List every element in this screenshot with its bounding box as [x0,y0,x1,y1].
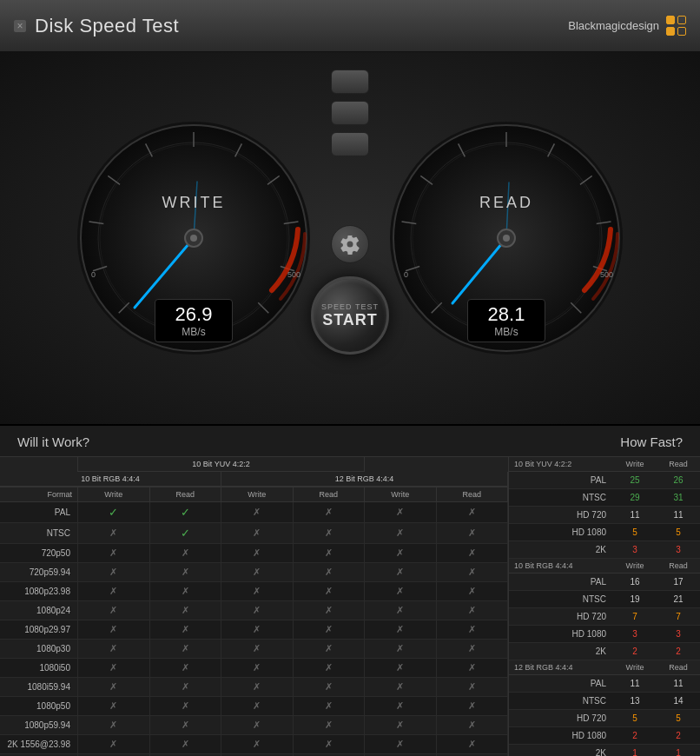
format-header [0,457,78,472]
cell-cross: ✗ [437,601,509,620]
cross-icon: ✗ [468,662,476,673]
cell-cross: ✗ [437,523,509,543]
center-btn-3[interactable] [331,132,369,156]
cell-cross: ✗ [150,582,222,600]
cross-icon: ✗ [182,547,189,559]
table-row: 720p50✗✗✗✗✗✗ [0,544,508,563]
rt-group-label: 10 Bit RGB 4:4:4 [509,559,613,573]
cell-cross: ✗ [294,678,366,696]
gauges-container: WRITE 0 500 26.9 MB/s [0,52,700,424]
cell-cross: ✗ [294,502,366,522]
rt-format-name: NTSC [509,591,613,607]
cell-cross: ✗ [78,640,150,658]
cell-cross: ✗ [78,697,150,715]
format-name: NTSC [0,523,78,543]
group-yuv-header: 10 Bit YUV 4:2:2 [78,457,365,472]
cross-icon: ✗ [396,547,404,559]
rt-data-row: 2K 1 1 [509,745,700,756]
svg-text:500: 500 [287,270,300,279]
cross-icon: ✗ [468,567,476,578]
rt-write-value: 19 [613,591,657,607]
format-name: 1080i50 [0,659,78,677]
rt-write-header: Write [613,457,657,471]
rt-format-name: HD 1080 [509,524,613,540]
start-button[interactable]: SPEED TEST START [311,276,389,355]
table-row: 1080p29.97✗✗✗✗✗✗ [0,620,508,640]
group-rgb10-header: 10 Bit RGB 4:4:4 [0,472,221,487]
write-gauge-wrapper: WRITE 0 500 26.9 MB/s [72,116,315,360]
rt-read-value: 11 [657,675,700,692]
cell-cross: ✗ [221,697,294,715]
center-btn-2[interactable] [331,101,369,125]
rt-read-value: 5 [657,710,700,726]
cross-icon: ✗ [109,739,117,750]
rt-write-value: 3 [613,541,657,558]
cross-icon: ✗ [396,586,404,597]
cell-cross: ✗ [78,563,150,581]
cross-icon: ✗ [468,605,476,616]
rt-data-row: NTSC 13 14 [509,693,700,710]
svg-text:500: 500 [600,270,613,279]
table-row: 1080p30✗✗✗✗✗✗ [0,640,508,659]
cell-cross: ✗ [78,544,150,562]
format-name: 720p50 [0,544,78,562]
cell-cross: ✗ [365,716,437,734]
left-table-body: PAL✓✓✗✗✗✗NTSC✗✓✗✗✗✗720p50✗✗✗✗✗✗720p59.94… [0,502,508,756]
rt-read-value: 17 [657,574,700,590]
brand-sq-2 [677,16,686,24]
write-value-box: 26.9 MB/s [155,299,233,342]
close-button[interactable] [14,20,26,32]
right-table: 10 Bit YUV 4:2:2 Write Read PAL 25 26 NT… [509,457,700,756]
table-row: NTSC✗✓✗✗✗✗ [0,523,508,544]
cell-cross: ✗ [221,523,294,543]
cell-cross: ✗ [78,523,150,543]
cross-icon: ✗ [468,739,476,750]
rt-read-value: 14 [657,693,700,709]
rt-read-value: 3 [657,626,700,642]
write-unit: MB/s [166,326,221,338]
table-row: 1080i59.94✗✗✗✗✗✗ [0,678,508,697]
cross-icon: ✗ [325,720,333,731]
cell-cross: ✗ [365,502,437,522]
rt-write-value: 13 [613,693,657,709]
cross-icon: ✗ [253,720,261,731]
cell-cross: ✗ [294,735,366,753]
rt-write-value: 5 [613,710,657,726]
rt-write-value: 2 [613,727,657,744]
cell-cross: ✗ [294,659,366,677]
cross-icon: ✗ [253,527,261,539]
cell-cross: ✗ [221,582,294,600]
rt-write-value: 25 [613,472,657,488]
cross-icon: ✗ [253,507,261,518]
cell-cross: ✗ [150,620,222,639]
brand-squares [666,16,686,36]
rt-format-name: HD 720 [509,507,613,523]
rt-read-value: 1 [657,745,700,756]
gear-button[interactable] [331,225,369,263]
rt-data-row: HD 1080 5 5 [509,524,700,541]
brand-sq-4 [677,27,686,36]
cross-icon: ✗ [396,662,404,673]
rt-data-row: 2K 3 3 [509,541,700,559]
cross-icon: ✗ [325,739,333,750]
rt-write-value: 1 [613,745,657,756]
rt-format-name: HD 1080 [509,626,613,642]
group-rgb12-header: 12 Bit RGB 4:4:4 [221,472,508,487]
brand-logo: Blackmagicdesign [568,16,686,36]
cell-cross: ✗ [365,523,437,543]
cross-icon: ✗ [325,643,333,654]
cell-cross: ✗ [78,716,150,734]
table-row: 1080i50✗✗✗✗✗✗ [0,659,508,678]
center-btn-1[interactable] [331,70,369,94]
cross-icon: ✗ [109,700,117,712]
cross-icon: ✗ [253,605,261,616]
cross-icon: ✗ [396,720,404,731]
cell-cross: ✗ [150,563,222,581]
write-value: 26.9 [166,303,221,326]
table-row: PAL✓✓✗✗✗✗ [0,502,508,523]
cross-icon: ✗ [182,720,189,731]
th-yuv-read: Read [150,487,222,501]
cross-icon: ✗ [325,567,333,578]
format-name: 1080i59.94 [0,678,78,696]
cross-icon: ✗ [468,700,476,712]
